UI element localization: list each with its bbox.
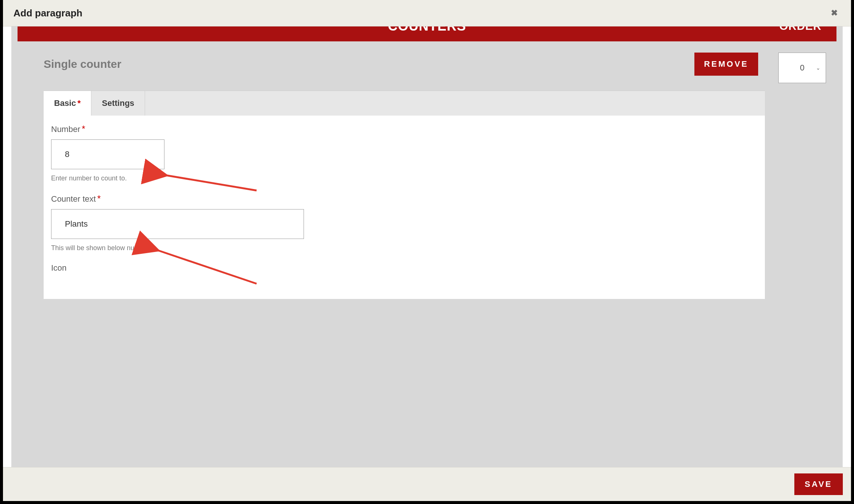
banner-title: COUNTERS (388, 26, 466, 34)
modal-dialog: Add paragraph ✖ COUNTERS ORDER Single co… (3, 0, 851, 501)
content-scroll[interactable]: COUNTERS ORDER Single counter REMOVE B (11, 26, 843, 467)
close-icon[interactable]: ✖ (828, 7, 841, 19)
number-label-text: Number (51, 125, 80, 134)
counter-text-label: Counter text* (51, 193, 757, 204)
number-help: Enter number to count to. (51, 174, 757, 182)
save-button[interactable]: SAVE (794, 473, 843, 495)
tab-basic[interactable]: Basic* (44, 91, 91, 116)
tab-settings[interactable]: Settings (91, 91, 145, 116)
remove-button[interactable]: REMOVE (694, 53, 758, 76)
section-body: Single counter REMOVE Basic* Settings (18, 41, 836, 340)
icon-label: Icon (51, 263, 757, 273)
modal-footer: SAVE (3, 467, 851, 501)
required-mark: * (82, 124, 85, 134)
modal-header: Add paragraph ✖ (3, 0, 851, 26)
required-mark: * (97, 193, 101, 204)
tab-settings-label: Settings (102, 98, 134, 108)
chevron-down-icon: ⌄ (816, 65, 820, 71)
number-input[interactable] (51, 139, 164, 169)
required-mark: * (78, 98, 81, 108)
field-number: Number* Enter number to count to. (51, 124, 757, 182)
counter-text-input[interactable] (51, 209, 304, 239)
counter-panel: Basic* Settings Number* (44, 91, 765, 299)
counter-heading: Single counter (44, 58, 121, 70)
tab-basic-label: Basic (54, 98, 76, 108)
counter-text-help: This will be shown below number. (51, 244, 757, 252)
modal-title: Add paragraph (13, 7, 82, 19)
tab-panel-basic: Number* Enter number to count to. Counte… (44, 116, 765, 299)
order-value: 0 (800, 63, 804, 73)
tabs: Basic* Settings (44, 91, 765, 116)
number-label: Number* (51, 124, 757, 134)
modal-content: COUNTERS ORDER Single counter REMOVE B (3, 26, 851, 467)
field-counter-text: Counter text* This will be shown below n… (51, 193, 757, 252)
section-banner: COUNTERS ORDER (18, 26, 836, 41)
counter-text-label-text: Counter text (51, 194, 96, 204)
order-select[interactable]: 0 ⌄ (778, 53, 826, 83)
field-icon: Icon (51, 263, 757, 273)
counter-header: Single counter REMOVE (44, 53, 765, 76)
banner-order-label: ORDER (779, 26, 822, 32)
